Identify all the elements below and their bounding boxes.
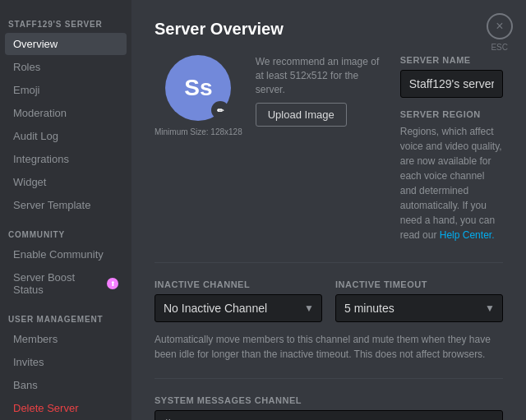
sidebar-item-label: Moderation [13,107,67,119]
server-region-label: SERVER REGION [400,109,503,119]
user-management-header: USER MANAGEMENT [0,302,132,327]
divider-1 [155,262,503,263]
sidebar-item-label: Enable Community [13,248,104,261]
sidebar: STAFF129'S SERVER Overview Roles Emoji M… [0,0,132,420]
sidebar-item-enable-community[interactable]: Enable Community [5,243,127,265]
sidebar-item-emoji[interactable]: Emoji [5,79,127,101]
sidebar-item-label: Bans [13,379,38,391]
sidebar-item-label: Members [13,333,58,345]
inactive-channel-select-wrapper: No Inactive Channel ▼ [155,294,322,322]
system-messages-section: SYSTEM MESSAGES CHANNEL # general TEXT C… [155,395,503,420]
inactive-timeout-select-wrapper: 1 minute5 minutes15 minutes30 minutes1 h… [335,294,503,322]
system-messages-label: SYSTEM MESSAGES CHANNEL [155,395,503,405]
system-messages-select[interactable]: # general TEXT CHANNELS ▼ [155,410,503,420]
sidebar-item-moderation[interactable]: Moderation [5,102,127,124]
sidebar-item-integrations[interactable]: Integrations [5,148,127,170]
upload-description: We recommend an image of at least 512x51… [256,55,387,96]
inactive-channel-field: INACTIVE CHANNEL No Inactive Channel ▼ [155,279,322,322]
sidebar-item-server-template[interactable]: Server Template [5,194,127,216]
sidebar-item-label: Audit Log [13,130,58,142]
sidebar-item-server-boost[interactable]: Server Boost Status ⬆ [5,266,127,301]
sidebar-item-label: Invites [13,356,44,368]
boost-badge: ⬆ [107,278,118,289]
server-avatar[interactable]: Ss ✏ [165,55,231,121]
inactive-channel-select[interactable]: No Inactive Channel [155,294,322,322]
avatar-hint: Minimum Size: 128x128 [155,127,242,136]
inactive-timeout-select[interactable]: 1 minute5 minutes15 minutes30 minutes1 h… [335,294,503,322]
server-name-label: SERVER NAME [400,55,503,65]
sidebar-item-bans[interactable]: Bans [5,374,127,396]
server-region-section: SERVER REGION Regions, which affect voic… [400,109,503,242]
sidebar-item-label: Emoji [13,84,40,96]
avatar-initials: Ss [184,75,212,101]
main-content: Server Overview × ESC Ss ✏ Minimum Size:… [132,0,526,420]
community-header: COMMUNITY [0,217,132,242]
sidebar-item-label: Server Boost Status [13,271,107,296]
inactive-timeout-field: INACTIVE TIMEOUT 1 minute5 minutes15 min… [335,279,503,322]
sidebar-item-overview[interactable]: Overview [5,33,127,55]
upload-image-button[interactable]: Upload Image [256,103,347,127]
server-name-section: SERVER NAME SERVER REGION Regions, which… [400,55,503,242]
region-description: Regions, which affect voice and video qu… [400,124,503,242]
server-name-header: STAFF129'S SERVER [0,7,132,32]
sidebar-item-label: Server Template [13,199,90,211]
overview-top: Ss ✏ Minimum Size: 128x128 We recommend … [155,55,503,242]
page-title: Server Overview [155,20,503,39]
sidebar-item-widget[interactable]: Widget [5,171,127,193]
close-button[interactable]: × [487,13,513,39]
inactive-section: INACTIVE CHANNEL No Inactive Channel ▼ I… [155,279,503,322]
inactive-channel-label: INACTIVE CHANNEL [155,279,322,289]
inactive-timeout-label: INACTIVE TIMEOUT [335,279,503,289]
help-center-link[interactable]: Help Center. [440,229,495,241]
avatar-edit-badge: ✏ [211,101,229,119]
sidebar-item-label: Widget [13,176,46,188]
upload-area: We recommend an image of at least 512x51… [256,55,387,242]
esc-label: ESC [491,43,508,52]
sidebar-item-roles[interactable]: Roles [5,56,127,78]
sidebar-item-delete-server[interactable]: ➜ Delete Server [5,397,127,419]
avatar-wrapper: Ss ✏ Minimum Size: 128x128 [155,55,242,242]
server-name-input[interactable] [400,70,503,98]
inactive-description: Automatically move members to this chann… [155,332,503,362]
sidebar-item-label: Delete Server [13,402,78,414]
divider-2 [155,378,503,379]
sidebar-item-label: Overview [13,38,58,50]
sidebar-item-label: Roles [13,61,40,73]
sidebar-item-members[interactable]: Members [5,328,127,350]
sidebar-item-label: Integrations [13,153,69,165]
sidebar-item-audit-log[interactable]: Audit Log [5,125,127,147]
sidebar-item-invites[interactable]: Invites [5,351,127,373]
